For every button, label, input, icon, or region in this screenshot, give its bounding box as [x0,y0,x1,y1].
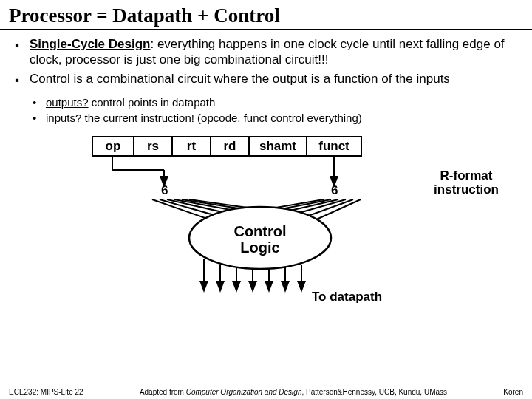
footer-mid-pre: Adapted from [140,388,186,396]
field-rt: rt [173,137,211,155]
control-l2: Logic [240,239,279,256]
bullet-2: Control is a combinational circuit where… [30,71,519,86]
sub-bullet-list: outputs? control points in datapath inpu… [0,92,532,132]
control-l1: Control [233,223,286,239]
sub-bullet-1: outputs? control points in datapath [46,95,519,110]
footer-left: ECE232: MIPS-Lite 22 [9,388,83,396]
rformat-l1: R-format [440,168,493,183]
sub1-a: control points in datapath [89,96,216,109]
bullet-1: Single-Cycle Design: everything happens … [30,36,519,68]
width-label-funct: 6 [331,183,338,198]
field-shamt: shamt [250,137,307,155]
footer-mid-post: , Patterson&Hennessy, UCB, Kundu, UMass [301,388,447,396]
footer-right: Koren [503,388,523,396]
width-label-op: 6 [161,183,168,198]
rformat-l2: instruction [434,183,499,197]
field-rd: rd [211,137,250,155]
bullet-list: Single-Cycle Design: everything happens … [0,36,532,92]
diagram-area: op rs rt rd shamt funct 6 6 R-format ins… [0,132,532,316]
field-rs: rs [134,137,173,155]
control-logic-label: Control Logic [216,223,304,256]
to-datapath-label: To datapath [312,290,382,304]
sub2-mid: , [237,112,243,124]
footer: ECE232: MIPS-Lite 22 Adapted from Comput… [0,388,532,396]
footer-mid-it: Computer Organization and Design [186,388,302,396]
field-funct: funct [307,137,361,155]
sub2-post: control everything) [267,112,362,124]
footer-mid: Adapted from Computer Organization and D… [140,388,447,396]
sub1-q: outputs? [46,96,89,109]
rformat-label: R-format instruction [426,168,507,197]
instruction-fields: op rs rt rd shamt funct [92,136,362,157]
bullet-1-lead: Single-Cycle Design [30,37,150,51]
slide-title: Processor = Datapath + Control [0,0,532,30]
sub-bullet-2: inputs? the current instruction! (opcode… [46,111,519,126]
sub2-funct: funct [244,112,268,124]
sub2-pre: the current instruction! ( [81,112,201,124]
field-op: op [93,137,134,155]
sub2-q: inputs? [46,112,81,124]
sub2-opcode: opcode [201,112,237,124]
